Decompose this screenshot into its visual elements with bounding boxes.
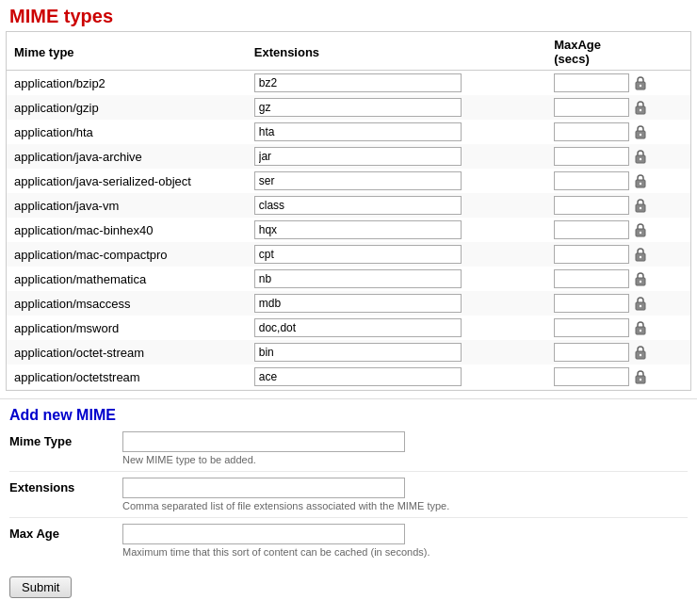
table-row: application/mac-compactpro — [7, 242, 690, 267]
mime-type-label-col: Mime Type — [9, 431, 122, 448]
svg-point-17 — [640, 280, 641, 282]
mime-type-input[interactable] — [122, 431, 405, 452]
maxage-cell — [546, 95, 690, 120]
form-row-mime-type: Mime Type New MIME type to be added. — [9, 431, 688, 472]
maxage-input[interactable] — [554, 73, 629, 92]
extension-cell — [247, 71, 546, 96]
lock-icon[interactable] — [633, 75, 650, 92]
svg-point-5 — [640, 133, 641, 135]
table-row: application/hta — [7, 120, 690, 144]
maxage-input[interactable] — [554, 343, 629, 362]
lock-icon[interactable] — [633, 369, 650, 386]
extension-cell — [247, 242, 546, 267]
maxage-input[interactable] — [554, 269, 629, 288]
extension-cell — [247, 389, 546, 390]
maxage-input[interactable] — [554, 318, 629, 337]
lock-icon[interactable] — [633, 320, 650, 337]
maxage-cell — [546, 365, 690, 389]
lock-icon[interactable] — [633, 345, 650, 362]
lock-icon[interactable] — [633, 100, 650, 117]
lock-icon[interactable] — [633, 296, 650, 313]
extension-input[interactable] — [254, 343, 462, 362]
add-section-title: Add new MIME — [9, 407, 688, 424]
svg-point-7 — [640, 157, 641, 159]
svg-point-1 — [640, 84, 641, 86]
max-age-input[interactable] — [122, 524, 405, 544]
extension-input[interactable] — [254, 196, 462, 215]
table-row: application/octet-stream — [7, 340, 690, 365]
svg-point-21 — [640, 329, 641, 331]
mime-type-cell: application/java-archive — [7, 144, 247, 169]
maxage-cell — [546, 218, 690, 242]
extensions-input[interactable] — [122, 478, 405, 498]
lock-icon[interactable] — [633, 271, 650, 288]
table-row: application/java-archive — [7, 144, 690, 169]
mime-type-cell: application/mac-compactpro — [7, 242, 247, 267]
table-row: application/octetstream — [7, 365, 690, 389]
extension-input[interactable] — [254, 367, 462, 386]
extension-input[interactable] — [254, 294, 462, 313]
max-age-hint: Maximum time that this sort of content c… — [122, 546, 688, 558]
maxage-input[interactable] — [554, 147, 629, 166]
mime-type-cell: application/msaccess — [7, 291, 247, 316]
table-row: application/mathematica — [7, 267, 690, 291]
maxage-input[interactable] — [554, 122, 629, 141]
mime-type-cell: application/gzip — [7, 95, 247, 120]
extension-input[interactable] — [254, 98, 462, 117]
extension-input[interactable] — [254, 73, 462, 92]
submit-button[interactable]: Submit — [9, 576, 72, 598]
table-row: application/mac-binhex40 — [7, 218, 690, 242]
extension-input[interactable] — [254, 245, 462, 264]
maxage-input[interactable] — [554, 98, 629, 117]
maxage-input[interactable] — [554, 245, 629, 264]
mime-type-cell: application/bzip2 — [7, 71, 247, 96]
extension-input[interactable] — [254, 171, 462, 190]
svg-point-25 — [640, 378, 641, 380]
extension-input[interactable] — [254, 220, 462, 239]
mime-type-label: Mime Type — [9, 434, 72, 448]
extensions-hint: Comma separated list of file extensions … — [122, 500, 688, 511]
maxage-input[interactable] — [554, 171, 629, 190]
add-mime-section: Add new MIME Mime Type New MIME type to … — [0, 398, 697, 608]
maxage-input[interactable] — [554, 220, 629, 239]
extension-input[interactable] — [254, 318, 462, 337]
maxage-cell — [546, 389, 690, 390]
mime-table: Mime type Extensions MaxAge (secs) appli… — [7, 32, 690, 390]
mime-type-cell: application/mac-binhex40 — [7, 218, 247, 242]
mime-type-hint: New MIME type to be added. — [122, 454, 688, 465]
mime-type-cell: application/oda — [7, 389, 247, 390]
extension-cell — [247, 169, 546, 193]
lock-icon[interactable] — [633, 149, 650, 166]
maxage-cell — [546, 340, 690, 365]
lock-icon[interactable] — [633, 247, 650, 264]
table-row: application/msaccess — [7, 291, 690, 316]
extension-cell — [247, 193, 546, 218]
svg-point-13 — [640, 231, 641, 233]
extension-input[interactable] — [254, 122, 462, 141]
lock-icon[interactable] — [633, 198, 650, 215]
maxage-cell — [546, 291, 690, 316]
svg-point-19 — [640, 304, 641, 306]
mime-type-cell: application/java-serialized-object — [7, 169, 247, 193]
maxage-input[interactable] — [554, 196, 629, 215]
extension-input[interactable] — [254, 269, 462, 288]
maxage-input[interactable] — [554, 294, 629, 313]
lock-icon[interactable] — [633, 173, 650, 190]
extension-cell — [247, 365, 546, 389]
extensions-label: Extensions — [9, 480, 74, 494]
table-row: application/oda — [7, 389, 690, 390]
mime-type-cell: application/mathematica — [7, 267, 247, 291]
lock-icon[interactable] — [633, 124, 650, 141]
mime-table-container: Mime type Extensions MaxAge (secs) appli… — [6, 31, 691, 391]
maxage-input[interactable] — [554, 367, 629, 386]
table-row: application/bzip2 — [7, 71, 690, 96]
maxage-cell — [546, 267, 690, 291]
extension-input[interactable] — [254, 147, 462, 166]
lock-icon[interactable] — [633, 222, 650, 239]
mime-table-scroll[interactable]: Mime type Extensions MaxAge (secs) appli… — [7, 32, 690, 390]
extension-cell — [247, 340, 546, 365]
mime-type-cell: application/hta — [7, 120, 247, 144]
table-row: application/java-serialized-object — [7, 169, 690, 193]
extensions-label-col: Extensions — [9, 478, 122, 494]
form-row-extensions: Extensions Comma separated list of file … — [9, 478, 688, 518]
